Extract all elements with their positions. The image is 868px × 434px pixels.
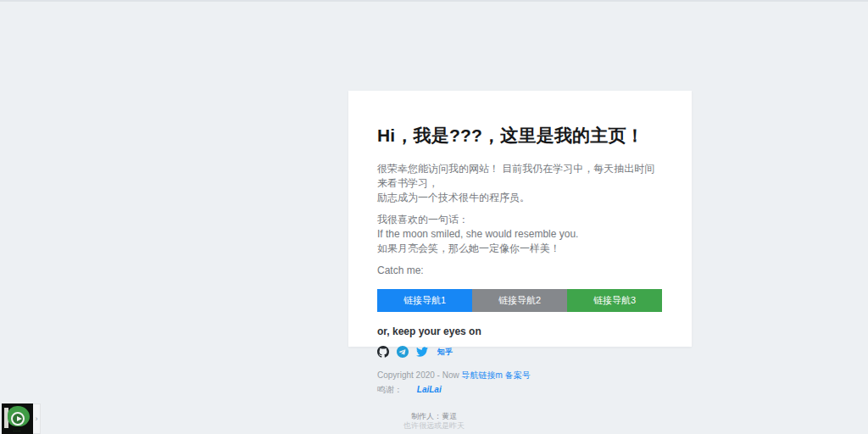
twitter-icon <box>416 346 428 358</box>
footer-slogan-text: 也许很远或是昨天 <box>0 421 868 431</box>
page-footer: 制作人：黄逗 也许很远或是昨天 <box>0 412 868 431</box>
copyright-line: Copyright 2020 - Now 导航链接m 备案号 <box>377 370 663 381</box>
nav-link-button-3[interactable]: 链接导航3 <box>567 289 662 312</box>
nav-link-button-2[interactable]: 链接导航2 <box>472 289 567 312</box>
intro-line-1: 很荣幸您能访问我的网站！ 目前我仍在学习中，每天抽出时间来看书学习， <box>377 163 654 189</box>
github-link[interactable] <box>377 346 389 358</box>
nav-link-button-1[interactable]: 链接导航1 <box>377 289 472 312</box>
nav-button-row: 链接导航1 链接导航2 链接导航3 <box>377 289 662 312</box>
quote-chinese: 如果月亮会笑，那么她一定像你一样美！ <box>377 242 560 254</box>
quote-paragraph: 我很喜欢的一句话： If the moon smiled, she would … <box>377 213 663 256</box>
site-link[interactable]: 导航链接m <box>462 370 503 380</box>
telegram-icon <box>397 346 409 358</box>
quote-english: If the moon smiled, she would resemble y… <box>377 228 578 240</box>
telegram-link[interactable] <box>397 346 409 358</box>
beian-link[interactable]: 备案号 <box>505 370 531 380</box>
intro-paragraph: 很荣幸您能访问我的网站！ 目前我仍在学习中，每天抽出时间来看书学习， 励志成为一… <box>377 162 663 205</box>
quote-label: 我很喜欢的一句话： <box>377 214 469 225</box>
intro-line-2: 励志成为一个技术很牛的程序员。 <box>377 192 530 203</box>
thanks-label: 鸣谢： <box>377 385 403 394</box>
twitter-link[interactable] <box>416 346 428 358</box>
profile-card: Hi，我是???，这里是我的主页！ 很荣幸您能访问我的网站！ 目前我仍在学习中，… <box>348 91 692 347</box>
catch-me-label: Catch me: <box>377 264 663 278</box>
thanks-line: 鸣谢： LaiLai <box>377 384 663 396</box>
github-icon <box>377 346 389 358</box>
keep-eyes-label: or, keep your eyes on <box>377 326 663 337</box>
footer-maker-text: 制作人：黄逗 <box>0 412 868 421</box>
social-links-row: 知乎 <box>377 346 663 358</box>
copyright-text: Copyright 2020 - Now <box>377 370 462 380</box>
thanks-link[interactable]: LaiLai <box>417 385 442 394</box>
zhihu-link[interactable]: 知乎 <box>437 347 453 358</box>
page-title: Hi，我是???，这里是我的主页！ <box>377 125 663 147</box>
